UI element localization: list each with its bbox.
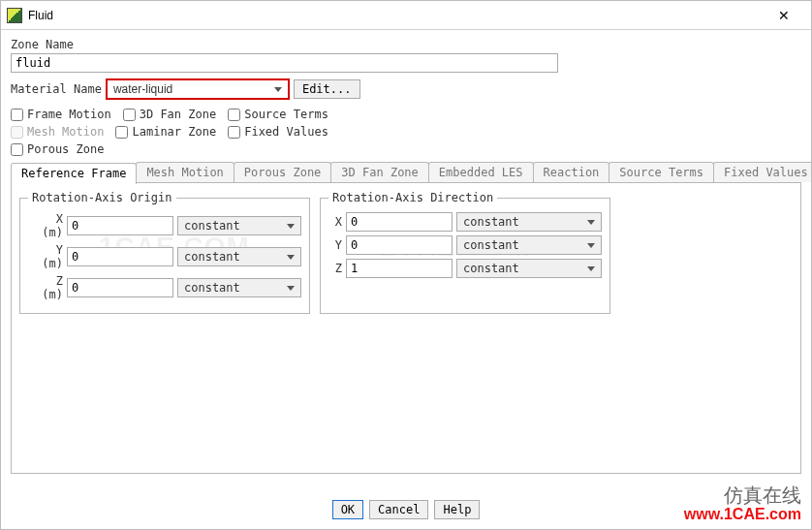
ok-button[interactable]: OK	[332, 500, 363, 519]
tab-mesh-motion[interactable]: Mesh Motion	[136, 162, 234, 182]
direction-x-input[interactable]	[346, 212, 453, 232]
origin-x-label: X (m)	[28, 212, 63, 239]
mesh-motion-checkbox: Mesh Motion	[11, 125, 104, 139]
chevron-down-icon	[287, 255, 295, 260]
direction-x-type-dropdown[interactable]: constant	[456, 212, 602, 232]
rotation-axis-direction-group: Rotation-Axis Direction X constant Y con…	[320, 191, 610, 314]
material-name-label: Material Name	[11, 82, 102, 96]
window-title: Fluid	[28, 9, 765, 22]
origin-y-type-dropdown[interactable]: constant	[177, 247, 301, 266]
reference-frame-panel: 1CAE.COM 1CAE.COM Rotation-Axis Origin X…	[11, 183, 801, 474]
porous-zone-checkbox[interactable]: Porous Zone	[11, 142, 104, 156]
help-button[interactable]: Help	[434, 500, 480, 519]
tab-reference-frame[interactable]: Reference Frame	[11, 163, 137, 184]
origin-y-input[interactable]	[67, 247, 173, 266]
chevron-down-icon	[587, 220, 595, 225]
tab-fixed-values[interactable]: Fixed Values	[713, 162, 812, 182]
chevron-down-icon	[587, 243, 595, 248]
zone-name-input[interactable]	[11, 53, 558, 73]
laminar-zone-checkbox[interactable]: Laminar Zone	[115, 125, 216, 139]
direction-z-label: Z	[328, 262, 342, 275]
direction-x-label: X	[328, 215, 342, 229]
direction-z-type-dropdown[interactable]: constant	[456, 259, 602, 278]
tab-reaction[interactable]: Reaction	[533, 162, 610, 182]
origin-z-type-dropdown[interactable]: constant	[177, 278, 301, 297]
origin-z-input[interactable]	[67, 278, 173, 297]
direction-y-type-dropdown[interactable]: constant	[456, 235, 602, 255]
origin-x-input[interactable]	[67, 216, 173, 235]
tab-porous-zone[interactable]: Porous Zone	[234, 162, 331, 182]
zone-name-label: Zone Name	[11, 38, 801, 51]
dialog-button-bar: OK Cancel Help	[1, 500, 811, 519]
titlebar: Fluid ✕	[1, 1, 811, 30]
material-name-value: water-liquid	[113, 82, 172, 96]
source-terms-checkbox[interactable]: Source Terms	[228, 108, 328, 121]
tab-3d-fan-zone[interactable]: 3D Fan Zone	[330, 162, 428, 182]
fixed-values-checkbox[interactable]: Fixed Values	[228, 125, 328, 139]
origin-y-label: Y (m)	[28, 243, 63, 270]
close-button[interactable]: ✕	[765, 8, 803, 23]
edit-material-button[interactable]: Edit...	[294, 79, 360, 99]
origin-x-type-dropdown[interactable]: constant	[177, 216, 301, 235]
chevron-down-icon	[287, 286, 295, 291]
tabstrip: Reference Frame Mesh Motion Porous Zone …	[11, 162, 801, 183]
cancel-button[interactable]: Cancel	[369, 500, 428, 519]
tab-embedded-les[interactable]: Embedded LES	[428, 162, 534, 182]
direction-y-input[interactable]	[346, 235, 453, 255]
chevron-down-icon	[587, 266, 595, 271]
rotation-axis-origin-legend: Rotation-Axis Origin	[28, 191, 176, 204]
origin-z-label: Z (m)	[28, 274, 63, 301]
3d-fan-zone-checkbox[interactable]: 3D Fan Zone	[123, 108, 216, 121]
chevron-down-icon	[287, 224, 295, 229]
chevron-down-icon	[274, 87, 282, 92]
direction-y-label: Y	[328, 238, 342, 252]
rotation-axis-origin-group: Rotation-Axis Origin X (m) constant Y (m…	[19, 191, 310, 314]
direction-z-input[interactable]	[346, 259, 453, 278]
tab-source-terms[interactable]: Source Terms	[609, 162, 714, 182]
frame-motion-checkbox[interactable]: Frame Motion	[11, 108, 111, 121]
material-name-dropdown[interactable]: water-liquid	[106, 78, 290, 100]
rotation-axis-direction-legend: Rotation-Axis Direction	[328, 191, 497, 204]
app-icon	[7, 8, 22, 23]
